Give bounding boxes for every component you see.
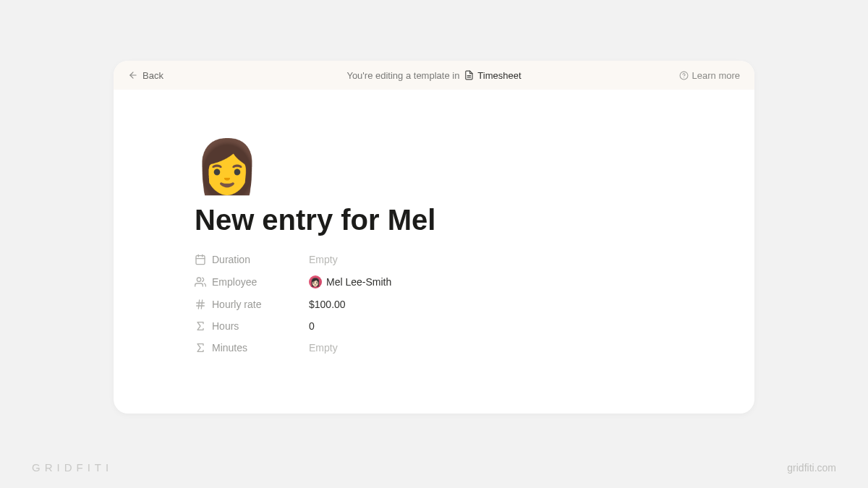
- arrow-left-icon: [128, 70, 138, 80]
- back-label: Back: [142, 70, 163, 81]
- learn-more-label: Learn more: [692, 70, 740, 81]
- learn-more-button[interactable]: Learn more: [679, 70, 740, 81]
- property-label[interactable]: Hours: [195, 320, 309, 332]
- editing-text: You're editing a template in: [346, 70, 459, 81]
- template-topbar: Back You're editing a template in Timesh…: [114, 61, 754, 90]
- page-card: Back You're editing a template in Timesh…: [114, 61, 754, 414]
- sigma-icon: [195, 342, 206, 354]
- footer-brand: GRIDFITI: [32, 461, 113, 474]
- property-list: Duration Empty Employee 👩🏻 Mel Lee-Smith…: [195, 254, 675, 354]
- person-icon: [195, 276, 206, 288]
- svg-point-9: [197, 278, 200, 281]
- property-row-employee: Employee 👩🏻 Mel Lee-Smith: [195, 275, 675, 288]
- page-emoji[interactable]: 👩: [195, 140, 675, 192]
- svg-line-13: [201, 300, 202, 309]
- template-link[interactable]: Timesheet: [464, 70, 521, 81]
- back-button[interactable]: Back: [128, 70, 163, 81]
- sigma-icon: [195, 320, 206, 332]
- property-row-hours: Hours 0: [195, 320, 675, 332]
- property-label[interactable]: Employee: [195, 276, 309, 288]
- property-value[interactable]: Empty: [309, 254, 338, 265]
- hash-icon: [195, 299, 206, 310]
- topbar-center: You're editing a template in Timesheet: [346, 70, 521, 81]
- template-name: Timesheet: [477, 70, 521, 81]
- property-row-hourly-rate: Hourly rate $100.00: [195, 299, 675, 310]
- svg-line-12: [198, 300, 199, 309]
- svg-rect-5: [196, 256, 205, 265]
- property-row-minutes: Minutes Empty: [195, 342, 675, 354]
- date-icon: [195, 254, 206, 265]
- avatar: 👩🏻: [309, 275, 322, 288]
- property-value[interactable]: $100.00: [309, 299, 346, 310]
- page-content: 👩 New entry for Mel Duration Empty Emplo…: [114, 90, 754, 354]
- property-label[interactable]: Hourly rate: [195, 299, 309, 310]
- property-label[interactable]: Duration: [195, 254, 309, 265]
- property-row-duration: Duration Empty: [195, 254, 675, 265]
- property-value[interactable]: 0: [309, 320, 315, 332]
- help-icon: [679, 71, 689, 80]
- property-value[interactable]: Empty: [309, 342, 338, 354]
- page-title[interactable]: New entry for Mel: [195, 204, 675, 236]
- footer-url: gridfiti.com: [787, 462, 836, 474]
- page-icon: [464, 70, 474, 80]
- property-label[interactable]: Minutes: [195, 342, 309, 354]
- property-value[interactable]: 👩🏻 Mel Lee-Smith: [309, 275, 391, 288]
